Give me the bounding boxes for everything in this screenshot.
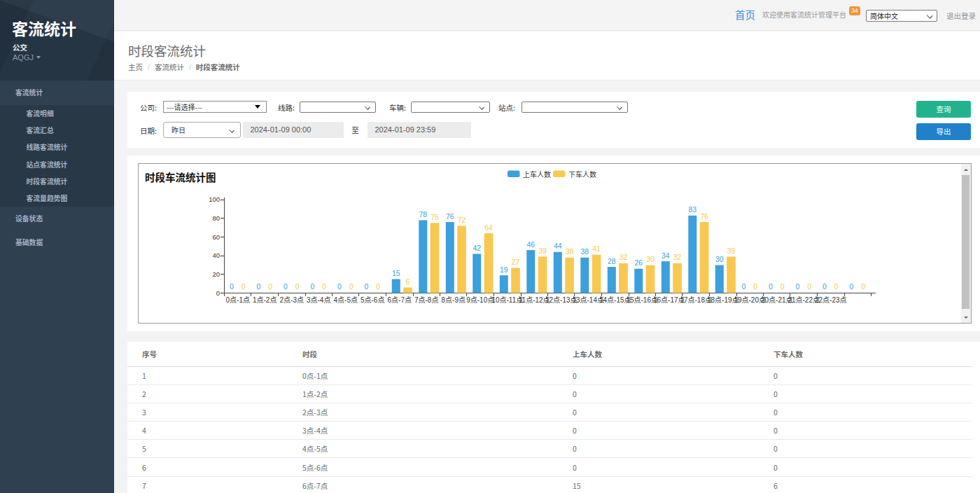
svg-text:8点-9点: 8点-9点	[441, 296, 465, 304]
svg-text:4点-5点: 4点-5点	[333, 296, 357, 304]
svg-text:0: 0	[822, 282, 827, 291]
svg-text:0: 0	[769, 282, 773, 291]
svg-text:1点-2点: 1点-2点	[252, 296, 276, 304]
svg-text:6点-7点: 6点-7点	[387, 296, 411, 304]
svg-text:0: 0	[795, 282, 799, 291]
svg-text:72: 72	[457, 216, 465, 224]
svg-text:78: 78	[419, 210, 427, 218]
svg-text:0: 0	[780, 282, 784, 291]
svg-text:2点-3点: 2点-3点	[279, 296, 303, 304]
svg-text:0: 0	[284, 282, 288, 291]
svg-text:38: 38	[565, 247, 573, 256]
svg-text:0: 0	[807, 282, 811, 291]
svg-text:32: 32	[673, 253, 681, 261]
svg-text:30: 30	[715, 255, 723, 263]
svg-text:26: 26	[634, 258, 643, 267]
svg-text:0: 0	[256, 282, 260, 291]
svg-text:38: 38	[580, 247, 589, 256]
svg-text:0: 0	[216, 289, 219, 297]
svg-text:0: 0	[834, 282, 838, 291]
svg-text:5点-6点: 5点-6点	[360, 296, 384, 304]
svg-text:76: 76	[445, 212, 454, 221]
svg-text:75: 75	[430, 213, 439, 221]
svg-text:0: 0	[268, 282, 272, 291]
svg-text:0: 0	[849, 282, 853, 291]
svg-text:46: 46	[526, 240, 535, 249]
svg-text:0: 0	[349, 282, 353, 291]
svg-text:80: 80	[212, 214, 220, 222]
svg-text:83: 83	[688, 205, 696, 214]
svg-text:0: 0	[322, 282, 326, 291]
svg-text:下车人数: 下车人数	[568, 170, 596, 179]
svg-text:64: 64	[484, 223, 493, 232]
svg-text:7点-8点: 7点-8点	[414, 296, 438, 304]
svg-text:0: 0	[741, 282, 746, 291]
svg-text:0: 0	[310, 282, 314, 291]
svg-text:44: 44	[553, 242, 561, 250]
svg-text:0: 0	[376, 282, 380, 291]
svg-text:0: 0	[295, 282, 299, 291]
svg-text:上车人数: 上车人数	[523, 170, 551, 179]
svg-text:15: 15	[391, 269, 400, 277]
svg-text:20: 20	[212, 270, 220, 278]
svg-text:0: 0	[364, 282, 368, 291]
svg-text:0: 0	[241, 282, 245, 291]
svg-text:6: 6	[405, 277, 410, 286]
svg-text:22点-23点: 22点-23点	[815, 296, 847, 304]
svg-text:0: 0	[230, 282, 234, 291]
svg-text:9点-10点: 9点-10点	[466, 296, 494, 304]
svg-text:3点-4点: 3点-4点	[306, 296, 330, 304]
svg-text:0: 0	[753, 282, 757, 291]
svg-text:32: 32	[619, 253, 627, 261]
svg-text:100: 100	[209, 195, 220, 203]
svg-text:34: 34	[661, 251, 669, 260]
svg-text:60: 60	[212, 233, 220, 241]
svg-text:40: 40	[212, 251, 220, 259]
svg-text:0点-1点: 0点-1点	[225, 296, 249, 304]
svg-text:0: 0	[861, 282, 865, 291]
svg-text:28: 28	[607, 257, 615, 265]
svg-text:42: 42	[472, 244, 481, 252]
svg-text:41: 41	[592, 244, 601, 253]
svg-text:39: 39	[538, 246, 547, 255]
svg-text:27: 27	[511, 258, 519, 266]
svg-text:19: 19	[499, 265, 507, 274]
svg-text:76: 76	[700, 212, 708, 221]
svg-text:0: 0	[337, 282, 342, 291]
svg-text:39: 39	[727, 246, 735, 255]
svg-text:30: 30	[646, 255, 654, 263]
